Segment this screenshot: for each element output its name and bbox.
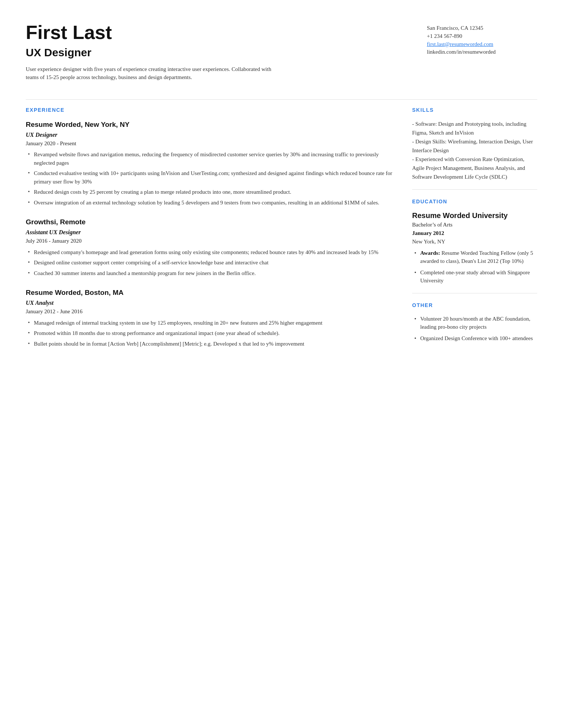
main-content: EXPERIENCE Resume Worded, New York, NY U…: [26, 106, 537, 358]
other-section: OTHER Volunteer 20 hours/month at the AB…: [412, 301, 537, 343]
header-left: First Last UX Designer User experience d…: [26, 22, 276, 82]
bullets-2: Redesigned company's homepage and lead g…: [26, 248, 394, 278]
bullet-2-1: Redesigned company's homepage and lead g…: [26, 248, 394, 257]
company-line-2: Growthsi, Remote: [26, 217, 394, 227]
job-2: Growthsi, Remote Assistant UX Designer J…: [26, 217, 394, 277]
company-location-1: New York, NY: [85, 121, 130, 128]
job-3: Resume Worded, Boston, MA UX Analyst Jan…: [26, 288, 394, 348]
other-heading: OTHER: [412, 301, 537, 309]
email-link[interactable]: first.last@resumeworded.com: [427, 41, 493, 47]
header-divider: [26, 99, 537, 100]
bullet-3-3: Bullet points should be in format [Actio…: [26, 340, 394, 348]
date-range-2: July 2016 - January 2020: [26, 237, 394, 245]
edu-location-1: New York, NY: [412, 238, 537, 246]
bullets-3: Managed redesign of internal tracking sy…: [26, 319, 394, 348]
resume-page: First Last UX Designer User experience d…: [0, 0, 563, 728]
experience-section-heading: EXPERIENCE: [26, 106, 394, 114]
edu-block-1: Resume Worded University Bachelor’s of A…: [412, 211, 537, 285]
bullet-2-2: Designed online customer support center …: [26, 258, 394, 267]
header-section: First Last UX Designer User experience d…: [26, 22, 537, 82]
job-title-1: UX Designer: [26, 131, 394, 139]
skills-text: - Software: Design and Prototyping tools…: [412, 119, 537, 181]
skills-heading: SKILLS: [412, 106, 537, 114]
edu-date-1: January 2012: [412, 229, 537, 238]
date-range-1: January 2020 - Present: [26, 140, 394, 148]
skills-divider: [412, 189, 537, 190]
company-name-2: Growthsi,: [26, 218, 58, 226]
bullet-3-1: Managed redesign of internal tracking sy…: [26, 319, 394, 327]
edu-degree-1: Bachelor’s of Arts: [412, 221, 537, 229]
edu-divider: [412, 293, 537, 293]
left-column: EXPERIENCE Resume Worded, New York, NY U…: [26, 106, 394, 358]
candidate-name: First Last: [26, 22, 276, 43]
candidate-title: UX Designer: [26, 44, 276, 61]
header-right: San Francisco, CA 12345 +1 234 567-890 f…: [427, 22, 537, 82]
bullet-1-2: Conducted evaluative testing with 10+ pa…: [26, 169, 394, 186]
phone: +1 234 567-890: [427, 32, 537, 40]
other-bullet-2: Organized Design Conference with 100+ at…: [412, 334, 537, 343]
company-line-3: Resume Worded, Boston, MA: [26, 288, 394, 298]
job-1: Resume Worded, New York, NY UX Designer …: [26, 119, 394, 207]
education-section: EDUCATION Resume Worded University Bache…: [412, 198, 537, 285]
bullet-1-1: Revamped website flows and navigation me…: [26, 150, 394, 167]
edu-bullet-1-2: Completed one-year study abroad with Sin…: [412, 268, 537, 285]
edu-bullets-1: Awards: Resume Worded Teaching Fellow (o…: [412, 249, 537, 285]
right-column: SKILLS - Software: Design and Prototypin…: [412, 106, 537, 358]
linkedin: linkedin.com/in/resumeworded: [427, 48, 537, 56]
skills-section: SKILLS - Software: Design and Prototypin…: [412, 106, 537, 181]
bullet-1-3: Reduced design costs by 25 percent by cr…: [26, 188, 394, 196]
bullet-3-2: Promoted within 18 months due to strong …: [26, 329, 394, 338]
awards-label: Awards:: [420, 250, 440, 256]
company-location-2: Remote: [60, 218, 86, 226]
job-title-2: Assistant UX Designer: [26, 228, 394, 236]
date-range-3: January 2012 - June 2016: [26, 308, 394, 316]
bullet-2-3: Coached 30 summer interns and launched a…: [26, 269, 394, 278]
job-title-3: UX Analyst: [26, 299, 394, 307]
bullet-1-4: Oversaw integration of an external techn…: [26, 199, 394, 207]
edu-school-1: Resume Worded University: [412, 211, 537, 220]
other-bullet-1: Volunteer 20 hours/month at the ABC foun…: [412, 315, 537, 331]
company-line-1: Resume Worded, New York, NY: [26, 119, 394, 130]
bullets-1: Revamped website flows and navigation me…: [26, 150, 394, 207]
location: San Francisco, CA 12345: [427, 24, 537, 32]
company-name-3: Resume Worded,: [26, 289, 83, 296]
education-heading: EDUCATION: [412, 198, 537, 205]
edu-bullet-1-1: Awards: Resume Worded Teaching Fellow (o…: [412, 249, 537, 265]
other-bullets: Volunteer 20 hours/month at the ABC foun…: [412, 315, 537, 343]
company-name-1: Resume Worded,: [26, 121, 83, 128]
candidate-summary: User experience designer with five years…: [26, 65, 276, 82]
company-location-3: Boston, MA: [85, 289, 124, 296]
